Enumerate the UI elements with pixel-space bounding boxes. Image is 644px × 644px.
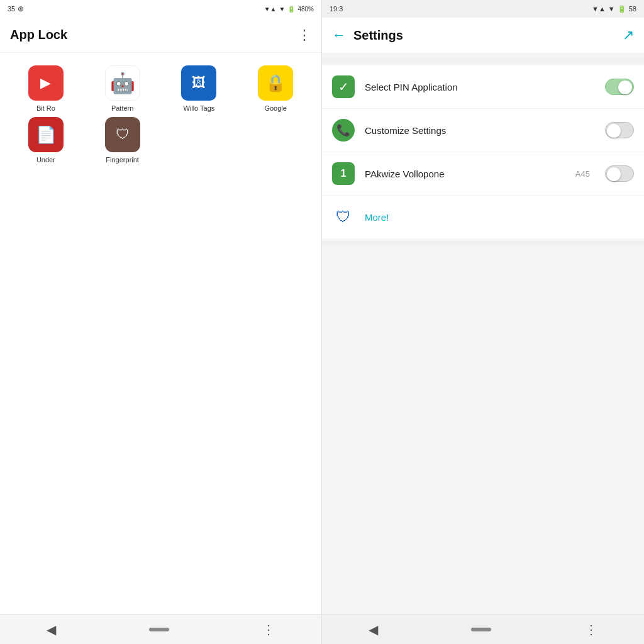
left-panel: 35 ⊕ ▼▲ ▼ 🔋 480% App Lock ⋮ ▶ Bit Ro 🤖 P… — [0, 0, 322, 644]
right-status-icons: ▼▲ ▼ 🔋 58 — [592, 5, 636, 13]
app-item-bit-ro[interactable]: ▶ Bit Ro — [10, 65, 82, 112]
home-nav-icon-left[interactable] — [149, 628, 169, 631]
pakwize-toggle[interactable] — [605, 165, 634, 182]
app-label-pattern: Pattern — [111, 104, 133, 112]
app-bar-left: App Lock ⋮ — [0, 18, 321, 53]
right-panel: 19:3 ▼▲ ▼ 🔋 58 ← Settings ↗ ✓ Select PIN… — [322, 0, 644, 644]
select-pin-icon: ✓ — [332, 75, 355, 98]
app-label-google: Google — [264, 104, 286, 112]
app-item-willo-tags[interactable]: 🖼 Willo Tags — [164, 65, 235, 112]
pakwize-toggle-thumb — [607, 167, 621, 181]
settings-content: ✓ Select PIN Application 📞 Customize Set… — [322, 53, 644, 614]
right-battery-level: 58 — [629, 5, 636, 13]
left-battery-icon: 🔋 — [287, 6, 295, 13]
right-wifi-icon: ▼ — [608, 5, 615, 13]
app-icon-under: 📄 — [28, 117, 64, 152]
select-pin-label: Select PIN Application — [365, 82, 595, 92]
right-time: 19:3 — [330, 5, 343, 13]
left-time: 35 — [8, 5, 15, 13]
app-icon-fingerprint: 🛡 — [105, 117, 140, 152]
app-item-under[interactable]: 📄 Under — [10, 117, 82, 164]
app-label-fingerprint: Fingerprint — [106, 156, 139, 164]
app-icon-bit-ro: ▶ — [28, 65, 64, 101]
pakwize-value: A45 — [575, 169, 590, 179]
menu-nav-icon-right[interactable]: ⋮ — [585, 622, 597, 637]
app-item-google[interactable]: 🔒 Google — [240, 65, 311, 112]
app-icon-google: 🔒 — [258, 65, 293, 101]
android-icon: 🤖 — [110, 71, 135, 95]
nav-bar-right: ◀ ⋮ — [322, 614, 644, 644]
right-battery-icon: 🔋 — [618, 5, 626, 13]
nav-bar-left: ◀ ⋮ — [0, 614, 321, 644]
app-label-under: Under — [36, 156, 55, 164]
app-bar-right: ← Settings ↗ — [322, 18, 644, 53]
customize-toggle-thumb — [607, 124, 621, 138]
status-bar-left: 35 ⊕ ▼▲ ▼ 🔋 480% — [0, 0, 321, 18]
left-wifi-icon: ▼ — [279, 6, 286, 13]
settings-item-more[interactable]: 🛡 More! — [322, 196, 644, 238]
right-app-title: Settings — [353, 28, 615, 43]
right-signal-icon: ▼▲ — [592, 5, 606, 13]
settings-bottom-divider — [322, 241, 644, 246]
app-label-willo-tags: Willo Tags — [183, 104, 214, 112]
select-pin-toggle[interactable] — [605, 79, 634, 95]
customize-settings-icon: 📞 — [332, 119, 355, 142]
app-item-pattern[interactable]: 🤖 Pattern — [87, 65, 158, 112]
app-icon-willo-tags: 🖼 — [181, 65, 216, 101]
pakwize-icon: 1 — [332, 162, 355, 185]
more-menu-icon[interactable]: ⋮ — [297, 27, 311, 43]
settings-item-select-pin[interactable]: ✓ Select PIN Application — [322, 65, 644, 109]
select-pin-toggle-thumb — [618, 80, 632, 94]
status-bar-right: 19:3 ▼▲ ▼ 🔋 58 — [322, 0, 644, 18]
settings-section: ✓ Select PIN Application 📞 Customize Set… — [322, 65, 644, 238]
left-signal-icon: ⊕ — [18, 4, 24, 13]
left-signal: ▼▲ — [264, 6, 277, 13]
left-battery-level: 480% — [297, 6, 314, 13]
pakwize-label: PAkwize Vollopone — [365, 169, 565, 179]
app-label-bit-ro: Bit Ro — [36, 104, 55, 112]
menu-nav-icon-left[interactable]: ⋮ — [262, 622, 275, 637]
left-app-title: App Lock — [10, 28, 297, 42]
left-status-icons: ▼▲ ▼ 🔋 480% — [264, 6, 314, 13]
back-nav-icon-left[interactable]: ◀ — [47, 622, 56, 637]
customize-settings-label: Customize Settings — [365, 125, 595, 136]
more-icon: 🛡 — [332, 206, 355, 228]
app-icon-pattern: 🤖 — [105, 65, 140, 101]
settings-item-customize[interactable]: 📞 Customize Settings — [322, 109, 644, 152]
home-nav-icon-right[interactable] — [471, 628, 491, 631]
more-label: More! — [365, 212, 634, 223]
settings-item-pakwize[interactable]: 1 PAkwize Vollopone A45 — [322, 152, 644, 196]
back-nav-icon-right[interactable]: ◀ — [369, 622, 378, 637]
app-item-fingerprint[interactable]: 🛡 Fingerprint — [87, 117, 158, 164]
back-button[interactable]: ← — [332, 27, 346, 43]
app-grid: ▶ Bit Ro 🤖 Pattern 🖼 Willo Tags 🔒 Google — [0, 53, 321, 176]
settings-top-divider — [322, 58, 644, 63]
customize-settings-toggle[interactable] — [605, 122, 634, 138]
share-icon[interactable]: ↗ — [623, 27, 634, 43]
